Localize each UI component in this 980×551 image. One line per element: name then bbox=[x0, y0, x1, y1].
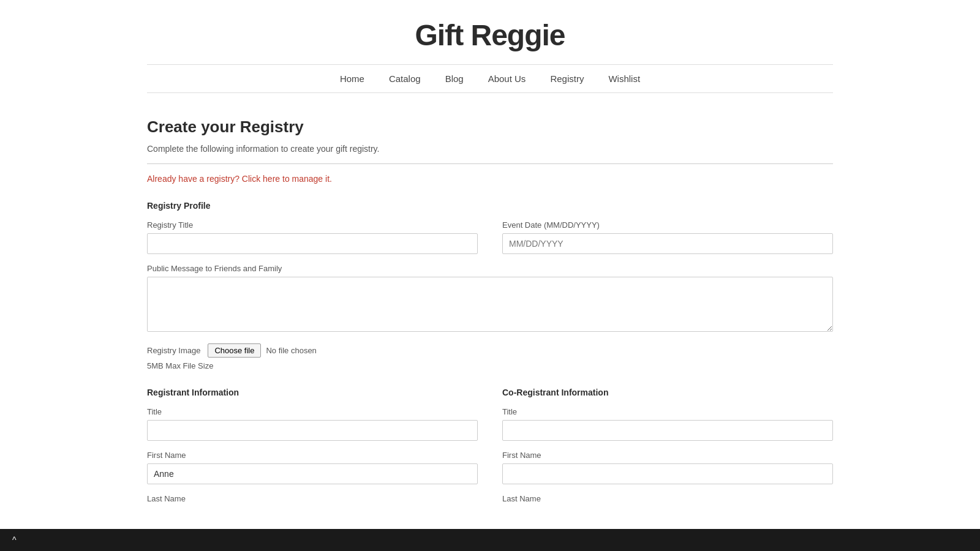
registrant-first-name-input[interactable] bbox=[147, 463, 478, 484]
registrant-title-input[interactable] bbox=[147, 420, 478, 441]
section-divider bbox=[147, 163, 833, 164]
nav-blog[interactable]: Blog bbox=[445, 73, 464, 84]
co-registrant-last-name-label: Last Name bbox=[502, 494, 833, 503]
registrant-sections-row: Registrant Information Title First Name … bbox=[147, 388, 833, 507]
choose-file-button[interactable]: Choose file bbox=[208, 343, 261, 358]
registrant-last-name-group: Last Name bbox=[147, 494, 478, 503]
site-title: Gift Reggie bbox=[147, 18, 833, 52]
already-have-registry-link[interactable]: Already have a registry? Click here to m… bbox=[147, 174, 833, 184]
co-registrant-first-name-input[interactable] bbox=[502, 463, 833, 484]
co-registrant-first-name-group: First Name bbox=[502, 451, 833, 484]
co-registrant-title-group: Title bbox=[502, 407, 833, 441]
no-file-chosen-text: No file chosen bbox=[266, 346, 316, 355]
registrant-title-group: Title bbox=[147, 407, 478, 441]
nav-registry[interactable]: Registry bbox=[550, 73, 584, 84]
registrant-section-title: Registrant Information bbox=[147, 388, 478, 397]
registry-title-label: Registry Title bbox=[147, 220, 478, 230]
public-message-label: Public Message to Friends and Family bbox=[147, 264, 833, 273]
registry-title-event-date-row: Registry Title Event Date (MM/DD/YYYY) bbox=[147, 220, 833, 254]
public-message-textarea[interactable] bbox=[147, 277, 833, 332]
registry-image-label: Registry Image bbox=[147, 346, 200, 355]
registry-title-input[interactable] bbox=[147, 233, 478, 254]
registrant-first-name-group: First Name bbox=[147, 451, 478, 484]
registrant-col: Registrant Information Title First Name … bbox=[147, 388, 478, 507]
scroll-up-icon[interactable]: ^ bbox=[12, 535, 17, 541]
nav-bar: Home Catalog Blog About Us Registry Wish… bbox=[147, 64, 833, 93]
nav-catalog[interactable]: Catalog bbox=[389, 73, 421, 84]
registrant-title-label: Title bbox=[147, 407, 478, 416]
page-title: Create your Registry bbox=[147, 118, 833, 137]
registry-image-group: Registry Image Choose file No file chose… bbox=[147, 343, 833, 358]
co-registrant-title-input[interactable] bbox=[502, 420, 833, 441]
file-upload-row: Registry Image Choose file No file chose… bbox=[147, 343, 833, 358]
nav-about-us[interactable]: About Us bbox=[488, 73, 526, 84]
co-registrant-first-name-label: First Name bbox=[502, 451, 833, 460]
co-registrant-last-name-group: Last Name bbox=[502, 494, 833, 503]
bottom-bar: ^ bbox=[0, 529, 980, 541]
event-date-col: Event Date (MM/DD/YYYY) bbox=[502, 220, 833, 254]
page-description: Complete the following information to cr… bbox=[147, 144, 833, 154]
event-date-input[interactable] bbox=[502, 233, 833, 254]
file-size-note: 5MB Max File Size bbox=[147, 361, 833, 370]
registrant-first-name-label: First Name bbox=[147, 451, 478, 460]
registrant-last-name-label: Last Name bbox=[147, 494, 478, 503]
registry-profile-section-title: Registry Profile bbox=[147, 201, 833, 211]
registry-form: Registry Profile Registry Title Event Da… bbox=[147, 201, 833, 507]
public-message-group: Public Message to Friends and Family bbox=[147, 264, 833, 334]
nav-wishlist[interactable]: Wishlist bbox=[608, 73, 640, 84]
main-content: Create your Registry Complete the follow… bbox=[147, 111, 833, 541]
main-nav: Home Catalog Blog About Us Registry Wish… bbox=[147, 73, 833, 84]
co-registrant-col: Co-Registrant Information Title First Na… bbox=[502, 388, 833, 507]
event-date-label: Event Date (MM/DD/YYYY) bbox=[502, 220, 833, 230]
registry-title-col: Registry Title bbox=[147, 220, 478, 254]
site-header: Gift Reggie bbox=[147, 0, 833, 64]
nav-home[interactable]: Home bbox=[340, 73, 364, 84]
co-registrant-section-title: Co-Registrant Information bbox=[502, 388, 833, 397]
co-registrant-title-label: Title bbox=[502, 407, 833, 416]
